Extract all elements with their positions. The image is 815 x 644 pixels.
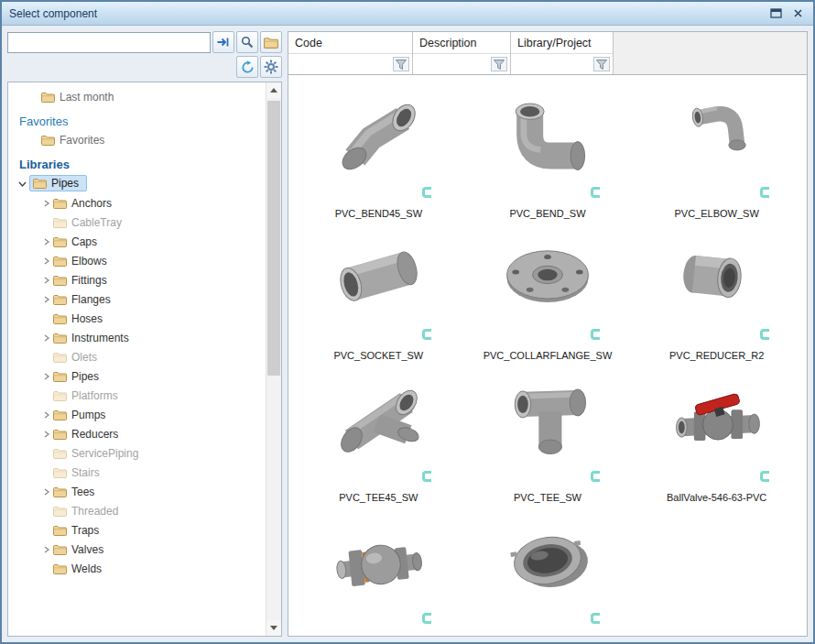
component-item[interactable]: BallValve-546-63-PVC <box>632 370 801 508</box>
tree-item-label: Tees <box>71 486 94 498</box>
folder-icon <box>53 217 67 228</box>
component-code: WaferCheckValve-369-63-PVC <box>478 634 616 636</box>
chevron-right-icon[interactable] <box>39 488 53 496</box>
tree-item-reducers[interactable]: Reducers <box>8 424 266 443</box>
chevron-right-icon[interactable] <box>39 238 53 246</box>
tree-item-welds[interactable]: Welds <box>8 559 266 578</box>
tree-item-label: Pumps <box>71 409 105 421</box>
column-header-library[interactable]: Library/Project <box>511 32 614 74</box>
folder-icon <box>53 352 67 363</box>
folder-icon <box>53 198 67 209</box>
chevron-right-icon[interactable] <box>39 431 53 438</box>
tree-item-tees[interactable]: Tees <box>8 482 266 501</box>
folder-icon <box>41 135 55 146</box>
tree-item-threaded[interactable]: Threaded <box>8 501 266 520</box>
component-item[interactable]: PVC_BEND45_SW <box>294 86 463 224</box>
folder-icon <box>53 275 67 286</box>
tree-item-label: CableTray <box>71 216 122 229</box>
selected-tree-item: Pipes <box>29 175 87 191</box>
tree-item-elbows[interactable]: Elbows <box>8 251 266 270</box>
tee45-thumbnail <box>325 372 431 462</box>
tree-item-caps[interactable]: Caps <box>8 232 266 251</box>
tree-item-favorites[interactable]: Favorites <box>8 130 266 149</box>
component-item[interactable]: PVC_TEE_SW <box>463 370 633 508</box>
component-item[interactable]: PVC_ELBOW_SW <box>632 86 801 224</box>
open-folder-icon[interactable] <box>260 31 282 53</box>
library-panel: Last month Favorites Favorites Libraries <box>7 31 282 637</box>
component-item[interactable]: WaferCheckValve-369-63-PVC <box>463 512 633 636</box>
column-header-code[interactable]: Code <box>288 32 413 74</box>
refresh-icon[interactable] <box>236 56 258 78</box>
close-icon[interactable] <box>789 6 806 20</box>
folder-icon <box>53 506 67 517</box>
tree-item-valves[interactable]: Valves <box>8 540 266 559</box>
folder-icon <box>53 563 67 574</box>
chevron-right-icon[interactable] <box>39 411 53 419</box>
chevron-right-icon[interactable] <box>39 257 53 265</box>
scroll-up-icon[interactable] <box>266 82 281 98</box>
tree-item-cabletray[interactable]: CableTray <box>8 213 266 232</box>
scrollbar-thumb[interactable] <box>267 101 280 376</box>
folder-icon <box>53 294 67 305</box>
tree-item-hoses[interactable]: Hoses <box>8 309 266 328</box>
chevron-down-icon[interactable] <box>16 180 29 188</box>
tree-item-label: Anchors <box>71 197 112 210</box>
component-code: PVC_BEND_SW <box>509 208 585 219</box>
title-bar[interactable]: Select component <box>2 2 813 26</box>
tree-item-flanges[interactable]: Flanges <box>8 289 266 309</box>
chevron-right-icon[interactable] <box>39 546 53 553</box>
bend90-thumbnail <box>494 88 601 178</box>
column-label: Code <box>288 32 412 54</box>
chevron-right-icon[interactable] <box>39 277 53 284</box>
filter-funnel-icon[interactable] <box>593 57 610 71</box>
dialog-title: Select component <box>9 7 97 20</box>
tree-item-label: Platforms <box>71 389 118 402</box>
filter-funnel-icon[interactable] <box>393 57 409 71</box>
component-item[interactable]: PVC_BEND_SW <box>463 86 633 224</box>
gear-icon[interactable] <box>260 56 282 78</box>
chevron-right-icon[interactable] <box>39 334 53 342</box>
tree-item-anchors[interactable]: Anchors <box>8 193 266 213</box>
folder-icon <box>53 371 67 382</box>
scroll-down-icon[interactable] <box>266 620 281 636</box>
tree-item-traps[interactable]: Traps <box>8 520 266 540</box>
chevron-right-icon[interactable] <box>39 296 53 303</box>
component-item[interactable]: PVC_TEE45_SW <box>294 370 463 508</box>
filter-funnel-icon[interactable] <box>491 57 507 71</box>
chevron-right-icon[interactable] <box>39 200 53 207</box>
library-children: AnchorsCableTrayCapsElbowsFittingsFlange… <box>8 193 266 578</box>
tree-item-pumps[interactable]: Pumps <box>8 405 266 424</box>
column-header-description[interactable]: Description <box>413 32 511 74</box>
tree-scrollbar[interactable] <box>266 82 281 636</box>
tree-item-servicepiping[interactable]: ServicePiping <box>8 443 266 463</box>
magnifier-icon[interactable] <box>236 31 258 53</box>
tree-item-platforms[interactable]: Platforms <box>8 386 266 405</box>
component-item[interactable]: PVC_COLLARFLANGE_SW <box>463 228 633 366</box>
tree-item-last-month[interactable]: Last month <box>8 87 266 106</box>
tree-item-instruments[interactable]: Instruments <box>8 328 266 347</box>
header-filler <box>614 32 807 74</box>
tree-item-olets[interactable]: Olets <box>8 347 266 366</box>
tree-item-label: Olets <box>71 351 97 364</box>
search-input[interactable] <box>7 32 211 53</box>
component-badge-icon <box>590 328 603 344</box>
go-button[interactable] <box>212 31 234 53</box>
tree-item-pipes[interactable]: Pipes <box>8 366 266 386</box>
component-item[interactable]: PVC_SOCKET_SW <box>294 228 463 366</box>
component-grid: PVC_BEND45_SWPVC_BEND_SWPVC_ELBOW_SWPVC_… <box>288 75 807 636</box>
component-item[interactable]: CheckValve-561-562-63-PVC <box>294 512 463 636</box>
component-code: PVC_TEE_SW <box>514 492 581 503</box>
tree-item-label: Reducers <box>71 428 118 441</box>
component-badge-icon <box>759 328 772 344</box>
chevron-right-icon[interactable] <box>39 373 53 380</box>
folder-icon <box>53 333 67 344</box>
tree-item-fittings[interactable]: Fittings <box>8 270 266 289</box>
component-item[interactable]: PVC_REDUCER_R2 <box>632 228 801 366</box>
tree-item-label: Favorites <box>60 134 104 147</box>
tee-thumbnail <box>494 372 601 462</box>
component-badge-icon <box>421 470 434 486</box>
component-badge-icon <box>421 186 434 202</box>
tree-item-pipes-root[interactable]: Pipes <box>8 173 266 193</box>
tree-item-stairs[interactable]: Stairs <box>8 463 266 482</box>
dock-icon[interactable] <box>767 6 784 20</box>
